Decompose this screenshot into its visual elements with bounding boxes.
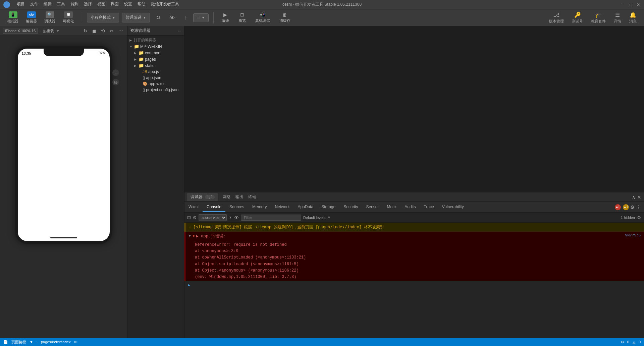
version-button[interactable]: ⎇ 版本管理 xyxy=(546,10,567,25)
prompt-arrow[interactable]: ▶ xyxy=(188,283,190,288)
tab-wxml[interactable]: Wxml xyxy=(184,203,203,212)
upload-button[interactable]: ↑ xyxy=(181,13,191,22)
static-folder-item[interactable]: ▶ 📁 static xyxy=(127,62,184,69)
appwxss-icon: 🎨 xyxy=(143,81,148,86)
tab-sensor[interactable]: Sensor xyxy=(362,203,383,212)
clearcache-button[interactable]: 🗑 清缓存 xyxy=(276,11,294,24)
devtools-title-tab[interactable]: 调试器 1, 1 xyxy=(187,193,218,201)
tab-memory[interactable]: Memory xyxy=(248,203,271,212)
menu-edit[interactable]: 编辑 xyxy=(44,1,52,8)
sim-rotate-button[interactable]: ⟲ xyxy=(100,27,106,34)
warn-count: 1 xyxy=(627,205,629,209)
tab-vulnerability[interactable]: Vulnerability xyxy=(438,203,468,212)
eye-icon[interactable]: 👁 xyxy=(234,215,239,220)
error-expand-icon[interactable]: ▶ xyxy=(189,233,191,238)
appjson-file-item[interactable]: ▶ {} app.json xyxy=(127,75,184,81)
projectconfig-label: project.config.json xyxy=(146,88,178,92)
phone-home-button[interactable] xyxy=(50,237,77,238)
build-button[interactable]: ▶ 编译 xyxy=(218,11,232,24)
debugger-button[interactable]: 🔍 调试器 xyxy=(41,10,59,25)
refresh-button[interactable]: ↻ xyxy=(153,13,164,22)
tab-network[interactable]: Network xyxy=(271,203,293,212)
default-levels-button[interactable]: Default levels xyxy=(303,216,325,220)
devtools-close-button[interactable]: ✕ xyxy=(637,194,641,200)
file-explorer-more-icon[interactable]: ··· xyxy=(178,28,181,33)
common-folder-item[interactable]: ▶ 📁 common xyxy=(127,50,184,56)
phone-ctrl-more[interactable]: ··· xyxy=(112,69,119,76)
device-selector[interactable]: iPhone X 100% 16 xyxy=(3,28,38,34)
projectconfig-file-item[interactable]: ▶ {} project.config.json xyxy=(127,87,184,93)
appwxss-file-item[interactable]: ▶ 🎨 app.wxss xyxy=(127,81,184,87)
compile-dropdown[interactable]: 普通编译 ▼ xyxy=(122,13,150,22)
error-circle-icon: ● xyxy=(193,234,195,238)
phone-ctrl-target[interactable]: ◎ xyxy=(112,79,119,85)
menu-help[interactable]: 帮助 xyxy=(138,1,146,8)
message-button[interactable]: 🔔 消息 xyxy=(626,10,640,25)
testnum-button[interactable]: 🔑 测试号 xyxy=(569,10,586,25)
menu-interface[interactable]: 界面 xyxy=(111,1,119,8)
preview-eye-button[interactable]: 👁 xyxy=(166,13,178,22)
detail-button[interactable]: ☰ 详情 xyxy=(610,10,625,25)
root-folder-item[interactable]: ▼ 📁 MP-WEIXIN xyxy=(127,43,184,50)
minimize-button[interactable]: ─ xyxy=(621,2,626,7)
menu-select[interactable]: 选择 xyxy=(84,1,92,8)
status-path-label[interactable]: 页面路径 xyxy=(11,340,26,345)
edu-button[interactable]: 🎓 教育套件 xyxy=(588,10,609,25)
sim-stop-button[interactable]: ◼ xyxy=(91,27,98,34)
appservice-select[interactable]: appservice xyxy=(199,214,227,221)
visual-button[interactable]: ⊞ 可视化 xyxy=(59,10,77,25)
menu-settings[interactable]: 设置 xyxy=(124,1,132,8)
pages-folder-item[interactable]: ▶ 📁 pages xyxy=(127,56,184,62)
preview-button[interactable]: ⊡ 预览 xyxy=(235,11,249,24)
settings-gear-icon[interactable]: ⚙ xyxy=(630,205,635,210)
editor-button[interactable]: </> 编辑器 xyxy=(22,10,40,25)
build-icon: ▶ xyxy=(223,12,227,17)
output-label[interactable]: 输出 xyxy=(235,194,244,200)
sim-screenshot-button[interactable]: ✂ xyxy=(108,27,115,34)
opened-editors-label: 打开的编辑器 xyxy=(134,38,156,43)
file-tree-content: ▶ 打开的编辑器 ▼ 📁 MP-WEIXIN ▶ 📁 common ▶ xyxy=(127,36,184,346)
menu-tools[interactable]: 工具 xyxy=(57,1,65,8)
sim-refresh-button[interactable]: ↻ xyxy=(82,27,89,34)
tab-mock[interactable]: Mock xyxy=(383,203,401,212)
tab-trace[interactable]: Trace xyxy=(420,203,438,212)
menu-wechat[interactable]: 微信开发者工具 xyxy=(151,1,179,8)
tab-security[interactable]: Security xyxy=(339,203,362,212)
tab-appdata[interactable]: AppData xyxy=(293,203,317,212)
error-file-link[interactable]: VM775:5 xyxy=(625,233,641,237)
opened-editors-section[interactable]: ▶ 打开的编辑器 xyxy=(127,37,184,43)
menu-goto[interactable]: 转到 xyxy=(70,1,78,8)
close-button[interactable]: ✕ xyxy=(636,2,641,7)
devtools-collapse-button[interactable]: ∧ xyxy=(632,194,635,200)
filter-input[interactable] xyxy=(241,215,301,221)
console-block-icon[interactable]: ⊡ xyxy=(187,215,191,220)
status-edit-icon[interactable]: ✏ xyxy=(74,340,77,344)
console-clear-icon[interactable]: ⊘ xyxy=(193,215,197,220)
simulator-button[interactable]: 📱 模拟器 xyxy=(4,10,22,25)
devtools-more-icon[interactable]: ⋮ xyxy=(636,204,641,210)
status-warn-icon: △ xyxy=(633,340,635,344)
mode-dropdown[interactable]: 小程序模式 ▼ xyxy=(87,13,119,22)
terminal-label[interactable]: 终端 xyxy=(248,194,256,200)
titlebar-menu: 项目 文件 编辑 工具 转到 选择 视图 界面 设置 帮助 微信开发者工具 xyxy=(3,1,179,8)
network-label[interactable]: 网络 xyxy=(223,194,231,200)
status-path-value[interactable]: pages/index/index xyxy=(41,340,71,344)
tab-console[interactable]: Console xyxy=(203,203,225,212)
titlebar: 项目 文件 编辑 工具 转到 选择 视图 界面 设置 帮助 微信开发者工具 ce… xyxy=(0,0,644,9)
appjs-file-item[interactable]: ▶ JS app.js xyxy=(127,69,184,75)
avatar[interactable] xyxy=(3,1,10,8)
realtest-button[interactable]: 📲 真机调试 xyxy=(252,11,273,24)
menu-project[interactable]: 项目 xyxy=(17,1,25,8)
sim-more-button[interactable]: ⋯ xyxy=(117,27,124,34)
hot-reload-label[interactable]: 热重载 xyxy=(43,28,54,34)
file-explorer-header: 资源管理器 ··· xyxy=(127,26,184,36)
maximize-button[interactable]: □ xyxy=(629,2,633,7)
warning-text: [sitemap 索引情况提示] 根据 sitemap 的规则[0]，当前页面 … xyxy=(193,224,641,230)
more-dropdown[interactable]: ··· ▼ xyxy=(193,13,209,22)
menu-view[interactable]: 视图 xyxy=(97,1,105,8)
tab-storage[interactable]: Storage xyxy=(317,203,339,212)
tab-sources[interactable]: Sources xyxy=(225,203,248,212)
tab-audits[interactable]: Audits xyxy=(400,203,420,212)
menu-file[interactable]: 文件 xyxy=(30,1,38,8)
console-settings-icon[interactable]: ⚙ xyxy=(637,215,641,220)
